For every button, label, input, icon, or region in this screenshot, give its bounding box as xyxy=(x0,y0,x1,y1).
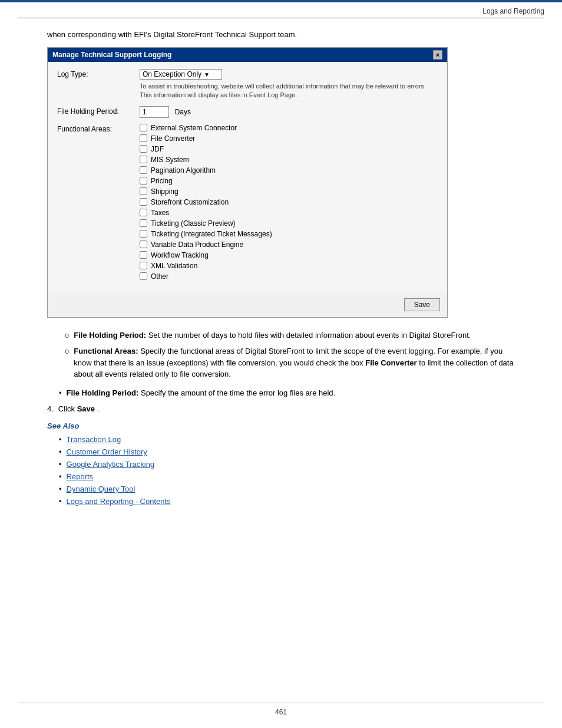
inner-bullets: o File Holding Period: Set the number of… xyxy=(65,330,515,380)
main-content: when corresponding with EFI's Digital St… xyxy=(0,30,562,539)
select-arrow-icon: ▼ xyxy=(204,71,210,78)
checkbox-file-converter[interactable] xyxy=(140,134,147,142)
see-also-link-logs-and-reporting---contents[interactable]: Logs and Reporting - Contents xyxy=(67,497,171,506)
checkbox-item: External System Connector xyxy=(140,124,438,132)
checkbox-label: Taxes xyxy=(151,209,169,217)
page-footer: 461 xyxy=(0,703,562,716)
checkbox-xml-validation[interactable] xyxy=(140,262,147,269)
see-also-list: •Transaction Log•Customer Order History•… xyxy=(59,435,515,506)
checkbox-label: JDF xyxy=(151,145,164,153)
log-type-help-text: To assist in troubleshooting, website wi… xyxy=(140,82,434,100)
file-holding-row: File Holding Period: Days xyxy=(57,106,438,118)
checkbox-item: XML Validation xyxy=(140,262,438,270)
checkbox-ticketing-(integrated-ticket-messages)[interactable] xyxy=(140,230,147,238)
checkbox-label: Variable Data Product Engine xyxy=(151,241,243,249)
see-also-section: See Also •Transaction Log•Customer Order… xyxy=(47,421,515,506)
checkbox-label: Workflow Tracking xyxy=(151,251,209,259)
footer-page-number: 461 xyxy=(275,708,287,716)
log-type-control: On Exception Only ▼ To assist in trouble… xyxy=(140,69,438,100)
file-holding-bold: File Holding Period: xyxy=(74,331,146,340)
see-also-item: •Reports xyxy=(59,472,515,481)
inner-bullet-file-holding-text: File Holding Period: Set the number of d… xyxy=(74,330,471,341)
checkbox-other[interactable] xyxy=(140,272,147,280)
step-4-bold: Save xyxy=(77,404,95,413)
footer-divider xyxy=(18,703,544,703)
checkbox-item: Ticketing (Integrated Ticket Messages) xyxy=(140,230,438,238)
step-4: 4. Click Save . xyxy=(47,404,515,413)
checkbox-item: Pagination Algorithm xyxy=(140,166,438,174)
file-holding-input[interactable] xyxy=(140,106,169,118)
checkbox-item: Storefront Customization xyxy=(140,198,438,206)
functional-areas-control: External System ConnectorFile ConverterJ… xyxy=(140,124,438,281)
inner-bullet-file-holding: o File Holding Period: Set the number of… xyxy=(65,330,515,341)
functional-areas-bold: Functional Areas: xyxy=(74,347,138,355)
checkbox-label: Storefront Customization xyxy=(151,198,229,206)
checkbox-pagination-algorithm[interactable] xyxy=(140,166,147,174)
checkbox-label: XML Validation xyxy=(151,262,197,270)
see-also-bullet: • xyxy=(59,485,62,493)
checkbox-item: Shipping xyxy=(140,187,438,196)
see-also-title: See Also xyxy=(47,421,515,430)
outer-file-holding-bold: File Holding Period: xyxy=(67,388,139,397)
bullet-o-1: o xyxy=(65,330,69,341)
see-also-link-dynamic-query-tool[interactable]: Dynamic Query Tool xyxy=(67,485,135,493)
see-also-link-transaction-log[interactable]: Transaction Log xyxy=(67,435,121,444)
outer-bullet-section: • File Holding Period: Specify the amoun… xyxy=(59,387,515,399)
see-also-link-customer-order-history[interactable]: Customer Order History xyxy=(67,447,147,456)
checkbox-external-system-connector[interactable] xyxy=(140,124,147,131)
checkbox-ticketing-(classic-preview)[interactable] xyxy=(140,219,147,227)
step-4-text: Click Save . xyxy=(58,404,99,413)
checkbox-item: Workflow Tracking xyxy=(140,251,438,259)
see-also-bullet: • xyxy=(59,472,62,481)
see-also-bullet: • xyxy=(59,447,62,456)
see-also-item: •Google Analytics Tracking xyxy=(59,460,515,469)
page-wrapper: Logs and Reporting when corresponding wi… xyxy=(0,0,562,728)
see-also-item: •Logs and Reporting - Contents xyxy=(59,497,515,506)
log-type-row: Log Type: On Exception Only ▼ To assist … xyxy=(57,69,438,100)
checkbox-item: Variable Data Product Engine xyxy=(140,241,438,249)
checkbox-storefront-customization[interactable] xyxy=(140,198,147,206)
see-also-link-reports[interactable]: Reports xyxy=(67,472,94,481)
file-converter-bold: File Converter xyxy=(365,358,416,367)
checkbox-mis-system[interactable] xyxy=(140,156,147,163)
checkbox-shipping[interactable] xyxy=(140,187,147,195)
see-also-bullet: • xyxy=(59,497,62,506)
checkbox-workflow-tracking[interactable] xyxy=(140,251,147,259)
dialog-box: Manage Technical Support Logging × Log T… xyxy=(47,47,448,318)
checkbox-taxes[interactable] xyxy=(140,209,147,216)
see-also-link-google-analytics-tracking[interactable]: Google Analytics Tracking xyxy=(67,460,155,469)
file-holding-control: Days xyxy=(140,106,438,118)
checkbox-variable-data-product-engine[interactable] xyxy=(140,241,147,248)
checkbox-label: Ticketing (Integrated Ticket Messages) xyxy=(151,230,272,238)
checkbox-label: Other xyxy=(151,272,168,281)
log-type-value: On Exception Only xyxy=(143,70,201,78)
dialog-title: Manage Technical Support Logging xyxy=(52,51,171,59)
checkbox-item: Taxes xyxy=(140,209,438,217)
checkbox-item: JDF xyxy=(140,145,438,153)
dialog-close-button[interactable]: × xyxy=(433,50,442,60)
checkbox-pricing[interactable] xyxy=(140,177,147,185)
log-type-label: Log Type: xyxy=(57,69,140,78)
header-divider xyxy=(18,18,544,18)
header-title-row: Logs and Reporting xyxy=(0,2,562,18)
checkbox-jdf[interactable] xyxy=(140,145,147,153)
intro-text: when corresponding with EFI's Digital St… xyxy=(47,30,515,39)
inner-bullet-functional-areas: o Functional Areas: Specify the function… xyxy=(65,345,515,380)
checkbox-label: Shipping xyxy=(151,187,178,196)
header-title: Logs and Reporting xyxy=(482,7,544,15)
checkbox-list: External System ConnectorFile ConverterJ… xyxy=(140,124,438,281)
log-type-select[interactable]: On Exception Only ▼ xyxy=(140,69,222,80)
days-label: Days xyxy=(175,108,191,116)
checkbox-label: Pagination Algorithm xyxy=(151,166,216,174)
checkbox-label: Ticketing (Classic Preview) xyxy=(151,219,236,228)
step-4-number: 4. xyxy=(47,404,54,413)
save-button[interactable]: Save xyxy=(404,298,440,311)
dialog-body: Log Type: On Exception Only ▼ To assist … xyxy=(48,62,447,294)
dialog-titlebar: Manage Technical Support Logging × xyxy=(48,48,447,62)
inner-bullet-functional-areas-text: Functional Areas: Specify the functional… xyxy=(74,345,515,380)
see-also-item: •Transaction Log xyxy=(59,435,515,444)
functional-areas-row: Functional Areas: External System Connec… xyxy=(57,124,438,281)
outer-bullet-item: • File Holding Period: Specify the amoun… xyxy=(59,387,515,399)
see-also-item: •Dynamic Query Tool xyxy=(59,485,515,493)
file-holding-label: File Holding Period: xyxy=(57,106,140,116)
